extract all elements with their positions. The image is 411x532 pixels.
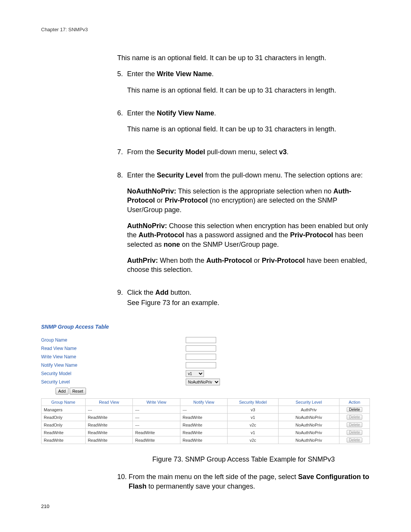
figure-caption: Figure 73. SNMP Group Access Table Examp… [117,455,370,464]
step-number: 6. [117,109,127,141]
bold-text: Priv-Protocol [262,257,305,264]
step-number: 7. [117,147,127,163]
cell-gn: ReadWrite [41,429,86,436]
text: . [214,109,216,117]
step-10: 10. From the main menu on the left side … [117,472,370,498]
security-model-select[interactable]: v1 [186,370,204,377]
paragraph: See Figure 73 for an example. [127,298,370,307]
cell-gn: Managers [41,406,86,414]
text: From the main menu on the left side of t… [129,473,298,481]
cell-gn: ReadWrite [41,436,86,444]
bold-text: Notify View Name [157,109,214,117]
th-write-view: Write View [133,399,180,406]
step-5: 5. Enter the Write View Name. This name … [117,69,370,102]
cell-sm: v1 [228,414,278,421]
write-view-name-input[interactable] [186,354,216,360]
delete-button: Delete [347,438,362,443]
add-button[interactable]: Add [56,388,68,395]
step-number: 10. [117,472,129,498]
table-row: Managers---------v3AuthPrivDelete [41,406,370,414]
group-name-input[interactable] [186,337,216,343]
text: Enter the [127,70,157,78]
cell-rv: ReadWrite [85,414,133,421]
th-notify-view: Notify View [180,399,228,406]
delete-button: Delete [347,415,362,420]
text: or [155,197,165,204]
step-8: 8. Enter the Security Level from the pul… [117,171,370,281]
text: Enter the [127,171,157,179]
cell-rv: ReadWrite [85,429,133,436]
cell-rv: ReadWrite [85,421,133,429]
cell-nv: ReadWrite [180,421,228,429]
text: has a password assigned and the [184,231,290,239]
table-row: ReadOnlyReadWrite---ReadWritev1NoAuthNoP… [41,414,370,421]
label-notify-view-name: Notify View Name [41,363,186,368]
cell-gn: ReadOnly [41,414,86,421]
text: . [212,70,213,78]
paragraph: This name is an optional field. It can b… [127,86,370,95]
cell-nv: ReadWrite [180,436,228,444]
text: Enter the [127,109,157,117]
bold-text: Security Level [157,171,203,179]
bold-text: Write View Name [157,70,212,78]
table-row: ReadWriteReadWriteReadWriteReadWritev1No… [41,429,370,436]
cell-action: Delete [339,421,370,429]
label-write-view-name: Write View Name [41,354,186,359]
security-level-select[interactable]: NoAuthNoPriv [186,379,220,385]
th-group-name: Group Name [41,399,86,406]
table-row: ReadWriteReadWriteReadWriteReadWritev2cN… [41,436,370,444]
th-security-model: Security Model [228,399,278,406]
step-number: 5. [117,69,127,102]
paragraph: This name is an optional field. It can b… [127,125,370,134]
bold-text: AuthPriv: [127,257,158,264]
bold-text: Auth-Protocol [206,257,252,264]
snmp-group-access-table: Group Name Read View Write View Notify V… [41,398,370,444]
cell-sl: NoAuthNoPriv [278,414,339,421]
cell-action: Delete [339,436,370,444]
cell-rv: ReadWrite [85,436,133,444]
text: or [252,257,262,264]
text: from the pull-down menu. The selection o… [203,171,363,179]
reset-button[interactable]: Reset [70,388,86,395]
intro-paragraph: This name is an optional field. It can b… [117,53,370,62]
text: From the [127,148,156,156]
cell-sl: NoAuthNoPriv [278,421,339,429]
figure-title: SNMP Group Access Table [41,324,370,331]
figure-73: SNMP Group Access Table Group Name Read … [41,324,370,444]
text: button. [169,289,191,296]
label-group-name: Group Name [41,337,186,343]
cell-action: Delete [339,414,370,421]
step-number: 9. [117,288,127,314]
label-security-level: Security Level [41,379,186,385]
delete-button[interactable]: Delete [347,407,362,412]
notify-view-name-input[interactable] [186,362,216,368]
text: When both the [158,257,206,264]
cell-nv: --- [180,406,228,414]
cell-rv: --- [85,406,133,414]
bold-text: none [164,241,180,248]
chapter-header: Chapter 17: SNMPv3 [41,27,370,32]
cell-sm: v1 [228,429,278,436]
cell-sm: v2c [228,421,278,429]
step-7: 7. From the Security Model pull-down men… [117,147,370,163]
bold-text: Priv-Protocol [290,231,333,239]
th-security-level: Security Level [278,399,339,406]
cell-wv: --- [133,414,180,421]
page-number: 210 [41,503,49,509]
read-view-name-input[interactable] [186,345,216,351]
bold-text: Auth-Protocol [139,231,184,239]
text: on the SNMP User/Group page. [180,241,279,248]
bold-text: Security Model [156,148,205,156]
bold-text: Priv-Protocol [165,197,208,204]
text: Click the [127,289,155,296]
cell-action: Delete [339,406,370,414]
text: This selection is the appropriate select… [176,187,333,195]
th-action: Action [339,399,370,406]
cell-wv: --- [133,406,180,414]
bold-text: Add [155,289,169,296]
cell-sm: v3 [228,406,278,414]
label-read-view-name: Read View Name [41,346,186,351]
cell-action: Delete [339,429,370,436]
label-security-model: Security Model [41,371,186,376]
delete-button: Delete [347,430,362,435]
